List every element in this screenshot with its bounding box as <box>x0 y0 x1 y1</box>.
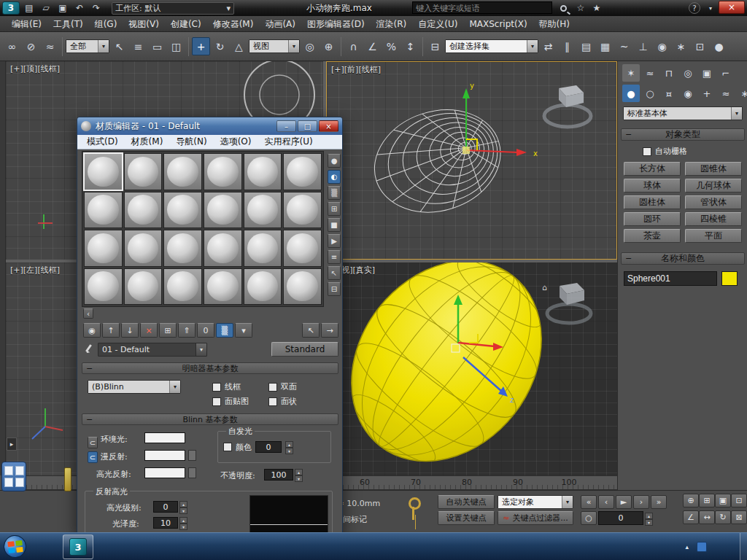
autogrid-checkbox[interactable] <box>643 147 651 156</box>
material-slot[interactable] <box>124 230 163 267</box>
reset-material-icon[interactable]: × <box>140 323 158 338</box>
slot-scroll-left-icon[interactable]: ‹ <box>83 308 93 319</box>
menu-graph-editors[interactable]: 图形编辑器(D) <box>301 16 371 32</box>
workspace-dropdown[interactable]: 工作区: 默认 ▾ <box>112 2 234 15</box>
help-caret-icon[interactable]: ▾ <box>703 1 718 15</box>
shader-type-dropdown[interactable]: (B)Blinn ▾ <box>88 380 181 394</box>
search-icon[interactable] <box>556 1 570 15</box>
show-map-in-viewport-icon[interactable]: ▒ <box>216 323 233 338</box>
minimize-button[interactable]: – <box>276 120 296 132</box>
app-logo-icon[interactable]: 3 <box>2 1 20 15</box>
set-key-button[interactable]: 设置关键点 <box>438 511 495 525</box>
specular-color-swatch[interactable] <box>144 467 185 478</box>
name-color-rollout[interactable]: − 名称和颜色 <box>621 252 745 265</box>
glossiness-spinner[interactable]: ▴ ▾ <box>179 517 187 529</box>
maximize-viewport-icon[interactable]: ⊠ <box>731 510 747 524</box>
video-color-check-icon[interactable]: ■ <box>328 218 341 232</box>
material-slot[interactable] <box>244 153 282 190</box>
pick-material-dropper-icon[interactable] <box>83 343 93 356</box>
material-slot[interactable] <box>163 268 202 306</box>
new-file-icon[interactable]: ▤ <box>22 1 36 15</box>
lock-diffuse-specular-icon[interactable]: ⊂ <box>88 451 98 463</box>
infocenter-search-input[interactable] <box>412 1 552 14</box>
material-slot[interactable] <box>283 230 322 267</box>
self-illum-color-checkbox[interactable] <box>223 443 232 451</box>
select-by-material-icon[interactable]: ↖ <box>328 266 341 280</box>
material-slot[interactable] <box>244 192 282 229</box>
egg-object[interactable] <box>326 262 581 475</box>
play-button[interactable]: ► <box>616 495 632 509</box>
primitive-cylinder-button[interactable]: 圆柱体 <box>624 195 681 209</box>
object-name-input[interactable] <box>624 271 717 286</box>
snap-toggle-3d-icon[interactable]: ∩ <box>344 37 363 55</box>
selection-filter-dropdown[interactable]: 全部 ▾ <box>66 39 109 53</box>
open-file-icon[interactable]: ▱ <box>39 1 53 15</box>
go-to-end-button[interactable]: » <box>651 495 667 509</box>
tray-show-hidden-icon[interactable]: ▴ <box>685 543 689 551</box>
previous-frame-button[interactable]: ‹ <box>598 495 614 509</box>
viewport-front-label[interactable]: [+][前][线框] <box>331 64 381 75</box>
zoom-extents-icon[interactable]: ▣ <box>715 494 731 508</box>
category-cameras-icon[interactable]: ◉ <box>679 85 697 102</box>
face-map-checkbox[interactable] <box>212 397 221 406</box>
primitive-cone-button[interactable]: 圆锥体 <box>685 162 742 176</box>
spinner-up-icon[interactable]: ▴ <box>179 517 187 524</box>
frame-spinner[interactable]: ▴ ▾ <box>645 513 653 524</box>
sample-tiling-icon[interactable]: ⊞ <box>328 202 341 216</box>
render-setup-icon[interactable]: ∗ <box>672 37 690 55</box>
spinner-snap-icon[interactable]: ↕ <box>401 37 419 55</box>
object-type-rollout[interactable]: − 对象类型 <box>621 128 745 141</box>
taskbar-3dsmax-button[interactable]: 3 <box>63 534 93 559</box>
material-editor-icon[interactable]: ◉ <box>653 37 671 55</box>
primitive-box-button[interactable]: 长方体 <box>624 162 681 176</box>
material-slot[interactable] <box>84 268 123 306</box>
material-slot[interactable] <box>163 153 202 190</box>
key-mode-toggle[interactable]: ○ <box>581 511 597 525</box>
menu-tools[interactable]: 工具(T) <box>47 16 89 32</box>
tab-display[interactable]: ▣ <box>698 64 716 82</box>
material-slot[interactable] <box>124 153 163 190</box>
material-slot[interactable] <box>283 268 322 306</box>
select-and-manipulate-icon[interactable]: ⊕ <box>320 37 338 55</box>
material-slot[interactable] <box>163 192 202 229</box>
viewcube[interactable] <box>547 283 591 323</box>
spinner-down-icon[interactable]: ▾ <box>285 448 293 454</box>
spinner-down-icon[interactable]: ▾ <box>179 508 187 514</box>
material-slot[interactable] <box>283 192 322 229</box>
viewcube[interactable] <box>544 85 591 127</box>
save-file-icon[interactable]: ▣ <box>55 1 70 15</box>
go-to-start-button[interactable]: « <box>581 495 597 509</box>
redo-icon[interactable]: ↷ <box>89 1 104 15</box>
category-lights-icon[interactable]: ¤ <box>660 85 678 102</box>
use-pivot-center-icon[interactable]: ◎ <box>301 37 319 55</box>
self-illum-spinner[interactable]: ▴ ▾ <box>285 441 293 453</box>
go-to-parent-icon[interactable]: ↖ <box>302 323 320 338</box>
spinner-up-icon[interactable]: ▴ <box>179 501 187 508</box>
angle-snap-icon[interactable]: ∠ <box>363 37 382 55</box>
specular-level-field[interactable]: 0 <box>153 501 178 513</box>
primitive-teapot-button[interactable]: 茶壶 <box>624 229 681 243</box>
select-and-rotate-icon[interactable]: ↻ <box>211 37 229 55</box>
material-slot[interactable] <box>283 153 322 190</box>
menu-help[interactable]: 帮助(H) <box>533 16 576 32</box>
key-lock-icon[interactable] <box>406 495 420 523</box>
shader-basic-params-rollout[interactable]: − 明暗器基本参数 <box>82 362 338 374</box>
layer-manager-icon[interactable]: ▤ <box>577 37 595 55</box>
category-spacewarps-icon[interactable]: ≈ <box>717 85 735 102</box>
viewport-layout-flyout-button[interactable]: ▸ <box>7 438 17 451</box>
backlight-icon[interactable]: ◐ <box>328 170 341 184</box>
specular-level-spinner[interactable]: ▴ ▾ <box>179 501 187 513</box>
category-systems-icon[interactable]: ∗ <box>736 85 747 102</box>
orbit-icon[interactable]: ↻ <box>715 510 731 524</box>
glossiness-field[interactable]: 10 <box>153 517 178 529</box>
material-slot[interactable] <box>204 192 242 229</box>
menu-options[interactable]: 选项(O) <box>214 136 258 148</box>
move-gizmo[interactable] <box>462 88 527 156</box>
favorites-star-icon[interactable]: ★ <box>589 1 604 15</box>
object-color-swatch[interactable] <box>721 271 738 286</box>
category-geometry-icon[interactable]: ● <box>622 85 640 102</box>
menu-group[interactable]: 组(G) <box>89 16 123 32</box>
start-button[interactable] <box>2 534 27 559</box>
render-production-icon[interactable]: ● <box>710 37 728 55</box>
viewport-front[interactable]: [+][前][线框] <box>326 61 617 260</box>
